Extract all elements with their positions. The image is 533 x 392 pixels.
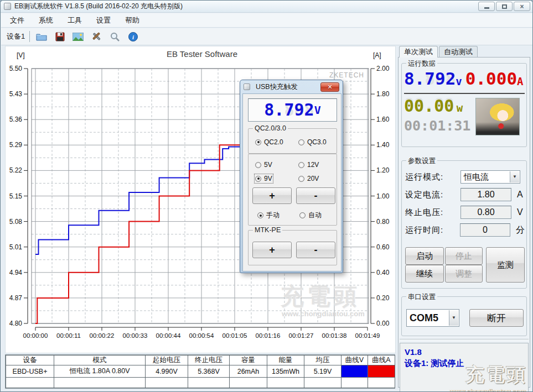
dialog-title: USB快充触发 <box>256 82 298 92</box>
tools-icon[interactable] <box>90 30 103 43</box>
set-current-input[interactable]: 1.80 <box>460 188 511 201</box>
tab-page: 运行数据 8.8888.792 v 8.8880.000 A 88.8800.0… <box>398 57 530 388</box>
cell-energy: 135mWh <box>267 365 304 378</box>
device-tab-label[interactable]: 设备1 <box>7 31 30 42</box>
power-display: 88.8800.00 <box>404 96 454 116</box>
watermark-logo: 充電頭 <box>465 362 527 388</box>
close-button[interactable]: × <box>514 2 530 11</box>
table-header-row: 设备 模式 起始电压 终止电压 容量 能量 均压 曲线V 曲线A <box>6 356 395 365</box>
col-device: 设备 <box>6 356 54 365</box>
radio-qc30[interactable]: QC3.0 <box>298 138 327 146</box>
run-mode-select[interactable]: 恒电流▼ <box>460 170 520 184</box>
dialog-close-button[interactable]: ✕ <box>320 82 339 92</box>
col-energy: 能量 <box>267 356 304 365</box>
zoom-icon[interactable] <box>108 30 121 43</box>
mtk-group-label: MTK-PE <box>253 226 282 234</box>
app-icon <box>4 3 11 10</box>
radio-dot <box>298 162 304 168</box>
voltage-plus-button[interactable]: + <box>252 187 292 204</box>
svg-text:5.01: 5.01 <box>9 243 23 251</box>
radio-12v[interactable]: 12V <box>298 161 319 169</box>
svg-text:00:00:11: 00:00:11 <box>56 332 81 339</box>
chevron-down-icon[interactable]: ▼ <box>449 310 458 326</box>
radio-dot <box>298 139 304 145</box>
run-time-label: 运行时间: <box>405 225 460 236</box>
run-mode-label: 运行模式: <box>405 172 460 182</box>
radio-dot <box>257 212 263 218</box>
minimize-button[interactable] <box>478 2 495 11</box>
disconnect-button[interactable]: 断开 <box>469 309 524 327</box>
cell-start-voltage: 4.990V <box>146 365 188 378</box>
svg-text:1.40: 1.40 <box>376 141 390 149</box>
power-unit: w <box>457 102 463 114</box>
cutoff-voltage-input[interactable]: 0.80 <box>460 206 511 219</box>
current-display: 8.8880.000 <box>465 70 517 87</box>
radio-label: 9V <box>264 175 272 182</box>
menu-settings[interactable]: 设置 <box>96 15 111 25</box>
dialog-body: 8.8888.792 V QC2.0/3.0 QC2.0 QC3.0 5V 12… <box>242 93 341 271</box>
radio-label: 手动 <box>266 211 280 220</box>
cell-avg-voltage: 5.19V <box>304 365 341 378</box>
svg-text:00:00:33: 00:00:33 <box>123 332 148 339</box>
radio-qc20[interactable]: QC2.0 <box>255 138 283 146</box>
tab-auto-test[interactable]: 自动测试 <box>439 46 478 57</box>
serial-label: 串口设置 <box>406 292 437 302</box>
voltage-minus-button[interactable]: - <box>296 187 335 204</box>
run-data-label: 运行数据 <box>406 59 437 69</box>
svg-text:0.60: 0.60 <box>376 243 390 251</box>
image-export-icon[interactable] <box>71 30 85 43</box>
run-time-unit: 分 <box>516 224 525 236</box>
radio-label: 5V <box>264 161 272 169</box>
svg-text:00:00:44: 00:00:44 <box>156 332 181 339</box>
radio-dot <box>255 162 261 168</box>
adjust-button[interactable]: 调整 <box>445 265 483 283</box>
svg-text:5.15: 5.15 <box>9 192 23 200</box>
stop-button[interactable]: 停止 <box>445 247 483 265</box>
radio-manual[interactable]: 手动 <box>257 211 280 220</box>
com-port-select[interactable]: COM5▼ <box>406 309 459 327</box>
menu-tools[interactable]: 工具 <box>68 15 82 25</box>
radio-dot <box>255 176 261 182</box>
save-icon[interactable] <box>53 30 66 43</box>
svg-text:00:01:27: 00:01:27 <box>289 332 314 339</box>
chevron-down-icon[interactable]: ▼ <box>510 171 519 182</box>
svg-text:0.80: 0.80 <box>376 218 390 226</box>
mtk-plus-button[interactable]: + <box>252 242 292 258</box>
svg-text:00:01:16: 00:01:16 <box>256 332 281 339</box>
svg-text:00:01:05: 00:01:05 <box>222 332 247 339</box>
voltage-select-group: 5V 12V 9V 20V + - 手动 自动 <box>248 154 337 226</box>
table-row[interactable]: EBD-USB+ 恒电流 1.80A 0.80V 4.990V 5.368V 2… <box>6 365 395 378</box>
radio-label: 自动 <box>308 211 322 220</box>
tab-single-test[interactable]: 单次测试 <box>399 46 438 58</box>
menu-system[interactable]: 系统 <box>39 15 53 25</box>
start-button[interactable]: 启动 <box>405 247 444 265</box>
svg-text:5.08: 5.08 <box>9 218 23 226</box>
monitor-button[interactable]: 监测 <box>486 247 525 283</box>
svg-text:00:00:54: 00:00:54 <box>189 332 214 339</box>
maximize-button[interactable] <box>496 2 513 11</box>
mtk-minus-button[interactable]: - <box>296 242 335 258</box>
trigger-voltage-value: 8.8888.792 <box>264 102 314 118</box>
cutoff-voltage-unit: V <box>517 207 523 217</box>
run-time-input[interactable]: 0 <box>460 223 510 237</box>
radio-auto[interactable]: 自动 <box>299 211 322 220</box>
svg-text:4.80: 4.80 <box>9 320 23 327</box>
radio-20v[interactable]: 20V <box>298 175 319 182</box>
trigger-voltage-display: 8.8888.792 V <box>248 98 337 122</box>
svg-text:00:01:49: 00:01:49 <box>355 332 380 339</box>
separator <box>400 339 529 340</box>
menu-file[interactable]: 文件 <box>10 15 24 25</box>
svg-text:5.29: 5.29 <box>9 141 23 149</box>
watermark-url: www.chongdiantou.com <box>449 388 526 392</box>
menu-help[interactable]: 帮助 <box>125 15 139 25</box>
time-display: 00:01:31 <box>404 118 470 134</box>
radio-5v[interactable]: 5V <box>255 161 272 169</box>
current-unit: A <box>517 75 523 87</box>
table-row-empty <box>6 378 395 388</box>
col-start-voltage: 起始电压 <box>146 356 188 365</box>
radio-9v[interactable]: 9V <box>255 175 272 182</box>
open-folder-icon[interactable] <box>35 30 48 43</box>
svg-text:4.94: 4.94 <box>9 269 23 276</box>
info-icon[interactable]: i <box>126 30 139 43</box>
continue-button[interactable]: 继续 <box>405 265 444 283</box>
